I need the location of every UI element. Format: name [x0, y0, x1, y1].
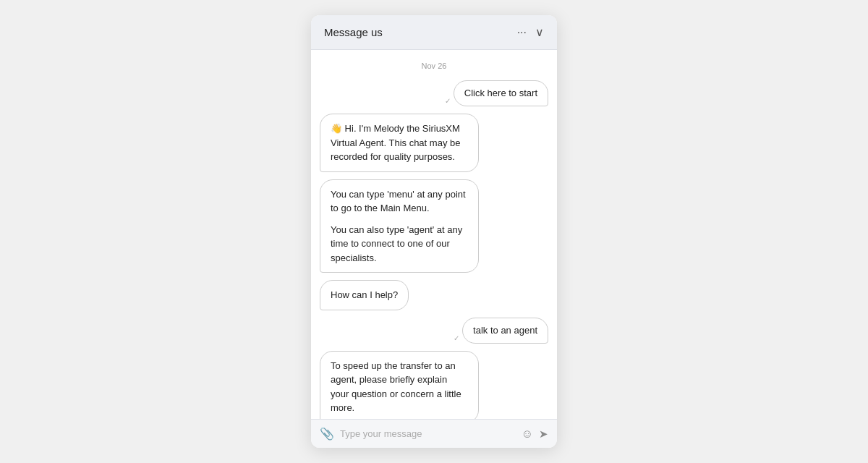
emoji-icon[interactable]: ☺: [522, 428, 533, 441]
bot-bubble: You can type 'menu' at any point to go t…: [320, 179, 479, 273]
message-row: How can I help?: [320, 280, 548, 310]
chat-header-actions: ··· ∨: [517, 25, 544, 39]
more-options-icon[interactable]: ···: [517, 26, 527, 39]
chat-header-title: Message us: [324, 26, 383, 38]
bot-bubble: How can I help?: [320, 280, 409, 310]
message-input[interactable]: [340, 428, 516, 439]
bot-bubble: To speed up the transfer to an agent, pl…: [320, 351, 479, 419]
attach-icon[interactable]: 📎: [320, 427, 334, 441]
message-row: You can type 'menu' at any point to go t…: [320, 179, 548, 273]
collapse-icon[interactable]: ∨: [535, 25, 544, 39]
message-row: 👋 Hi. I'm Melody the SiriusXM Virtual Ag…: [320, 114, 548, 172]
user-bubble: Click here to start: [454, 80, 548, 106]
send-icon[interactable]: ➤: [539, 428, 548, 441]
message-row: To speed up the transfer to an agent, pl…: [320, 351, 548, 419]
date-label: Nov 26: [320, 61, 548, 70]
chat-window: Message us ··· ∨ Nov 26 ✓ Click here to …: [311, 15, 557, 448]
read-check-icon: ✓: [454, 334, 459, 342]
user-bubble: talk to an agent: [462, 318, 548, 344]
chat-body: Nov 26 ✓ Click here to start 👋 Hi. I'm M…: [311, 50, 557, 419]
message-row: ✓ Click here to start: [320, 80, 548, 106]
chat-footer: 📎 ☺ ➤: [311, 419, 557, 448]
bot-bubble: 👋 Hi. I'm Melody the SiriusXM Virtual Ag…: [320, 114, 479, 172]
read-check-icon: ✓: [445, 97, 451, 105]
message-row: ✓ talk to an agent: [320, 318, 548, 344]
footer-action-icons: ☺ ➤: [522, 428, 548, 441]
chat-header: Message us ··· ∨: [311, 15, 557, 50]
